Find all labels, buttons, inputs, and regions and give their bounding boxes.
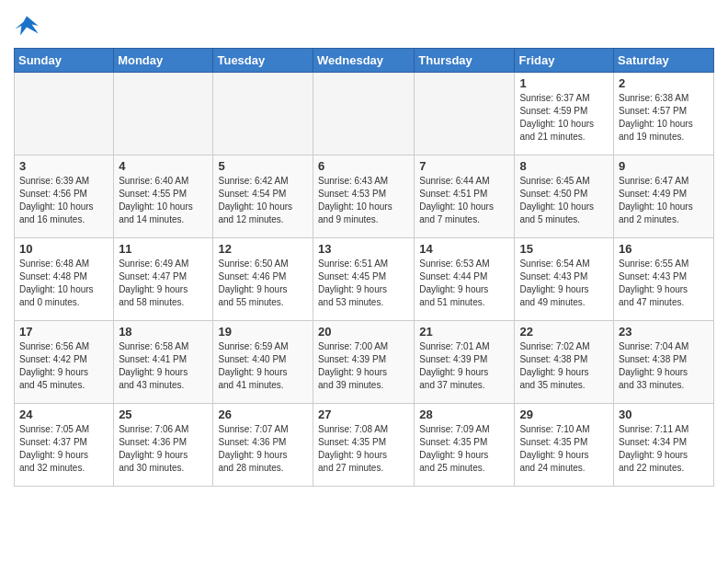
day-info: Sunrise: 6:55 AM Sunset: 4:43 PM Dayligh… [619,258,709,309]
day-number: 7 [419,159,509,173]
day-number: 22 [519,325,609,339]
day-info: Sunrise: 6:37 AM Sunset: 4:59 PM Dayligh… [519,92,609,144]
calendar-cell: 21Sunrise: 7:01 AM Sunset: 4:39 PM Dayli… [415,321,515,404]
day-info: Sunrise: 7:06 AM Sunset: 4:36 PM Dayligh… [119,423,208,475]
calendar-cell: 13Sunrise: 6:51 AM Sunset: 4:45 PM Dayli… [313,238,415,321]
day-number: 21 [419,325,509,339]
weekday-header-thursday: Thursday [415,49,515,73]
day-info: Sunrise: 6:54 AM Sunset: 4:43 PM Dayligh… [519,258,609,309]
day-info: Sunrise: 7:09 AM Sunset: 4:35 PM Dayligh… [419,423,509,475]
day-info: Sunrise: 6:53 AM Sunset: 4:44 PM Dayligh… [419,258,509,309]
day-number: 16 [619,242,709,256]
day-number: 23 [619,325,709,339]
day-info: Sunrise: 6:47 AM Sunset: 4:49 PM Dayligh… [619,175,709,226]
calendar-cell: 29Sunrise: 7:10 AM Sunset: 4:35 PM Dayli… [515,404,614,487]
calendar-cell: 1Sunrise: 6:37 AM Sunset: 4:59 PM Daylig… [515,73,614,155]
day-info: Sunrise: 6:40 AM Sunset: 4:55 PM Dayligh… [119,175,208,226]
day-info: Sunrise: 6:51 AM Sunset: 4:45 PM Dayligh… [318,258,409,309]
day-info: Sunrise: 7:02 AM Sunset: 4:38 PM Dayligh… [519,340,609,392]
day-number: 6 [318,159,409,173]
day-number: 29 [519,408,609,421]
day-number: 15 [519,242,609,256]
day-info: Sunrise: 6:39 AM Sunset: 4:56 PM Dayligh… [19,175,108,226]
weekday-header-saturday: Saturday [614,49,714,73]
calendar-cell: 30Sunrise: 7:11 AM Sunset: 4:34 PM Dayli… [614,404,714,487]
calendar-cell: 27Sunrise: 7:08 AM Sunset: 4:35 PM Dayli… [313,404,415,487]
calendar-cell: 8Sunrise: 6:45 AM Sunset: 4:50 PM Daylig… [515,155,614,238]
day-number: 8 [519,159,609,173]
day-number: 5 [218,159,308,173]
day-info: Sunrise: 6:50 AM Sunset: 4:46 PM Dayligh… [218,258,308,309]
calendar-cell: 14Sunrise: 6:53 AM Sunset: 4:44 PM Dayli… [415,238,515,321]
calendar-cell: 4Sunrise: 6:40 AM Sunset: 4:55 PM Daylig… [114,155,213,238]
logo-icon [14,13,40,39]
calendar-cell: 12Sunrise: 6:50 AM Sunset: 4:46 PM Dayli… [213,238,313,321]
calendar-cell: 26Sunrise: 7:07 AM Sunset: 4:36 PM Dayli… [213,404,313,487]
calendar-cell [313,73,415,155]
day-number: 4 [119,159,208,173]
day-number: 30 [619,408,709,421]
day-info: Sunrise: 6:48 AM Sunset: 4:48 PM Dayligh… [19,258,108,309]
calendar-table: SundayMondayTuesdayWednesdayThursdayFrid… [14,48,714,487]
weekday-header-monday: Monday [114,49,213,73]
day-info: Sunrise: 6:43 AM Sunset: 4:53 PM Dayligh… [318,175,409,226]
day-number: 10 [19,242,108,256]
day-info: Sunrise: 6:59 AM Sunset: 4:40 PM Dayligh… [218,340,308,392]
day-number: 20 [318,325,409,339]
calendar-cell: 17Sunrise: 6:56 AM Sunset: 4:42 PM Dayli… [15,321,114,404]
calendar-cell: 20Sunrise: 7:00 AM Sunset: 4:39 PM Dayli… [313,321,415,404]
day-number: 24 [19,408,108,421]
day-info: Sunrise: 7:00 AM Sunset: 4:39 PM Dayligh… [318,340,409,392]
calendar-cell: 18Sunrise: 6:58 AM Sunset: 4:41 PM Dayli… [114,321,213,404]
day-info: Sunrise: 7:08 AM Sunset: 4:35 PM Dayligh… [318,423,409,475]
calendar-cell [415,73,515,155]
day-info: Sunrise: 6:42 AM Sunset: 4:54 PM Dayligh… [218,175,308,226]
day-number: 2 [619,76,709,90]
calendar-cell [114,73,213,155]
day-info: Sunrise: 6:44 AM Sunset: 4:51 PM Dayligh… [419,175,509,226]
day-number: 3 [19,159,108,173]
day-info: Sunrise: 6:56 AM Sunset: 4:42 PM Dayligh… [19,340,108,392]
calendar-cell: 22Sunrise: 7:02 AM Sunset: 4:38 PM Dayli… [515,321,614,404]
day-number: 27 [318,408,409,421]
day-number: 28 [419,408,509,421]
weekday-header-sunday: Sunday [15,49,114,73]
calendar-cell: 2Sunrise: 6:38 AM Sunset: 4:57 PM Daylig… [614,73,714,155]
day-info: Sunrise: 6:58 AM Sunset: 4:41 PM Dayligh… [119,340,208,392]
calendar-cell: 3Sunrise: 6:39 AM Sunset: 4:56 PM Daylig… [15,155,114,238]
day-info: Sunrise: 7:04 AM Sunset: 4:38 PM Dayligh… [619,340,709,392]
day-number: 12 [218,242,308,256]
calendar-cell: 9Sunrise: 6:47 AM Sunset: 4:49 PM Daylig… [614,155,714,238]
calendar-cell: 7Sunrise: 6:44 AM Sunset: 4:51 PM Daylig… [415,155,515,238]
day-info: Sunrise: 6:38 AM Sunset: 4:57 PM Dayligh… [619,92,709,144]
day-info: Sunrise: 7:07 AM Sunset: 4:36 PM Dayligh… [218,423,308,475]
calendar-cell: 23Sunrise: 7:04 AM Sunset: 4:38 PM Dayli… [614,321,714,404]
weekday-header-tuesday: Tuesday [213,49,313,73]
day-number: 17 [19,325,108,339]
calendar-cell: 24Sunrise: 7:05 AM Sunset: 4:37 PM Dayli… [15,404,114,487]
day-number: 1 [519,76,609,90]
day-number: 13 [318,242,409,256]
day-number: 14 [419,242,509,256]
logo [14,13,43,39]
day-number: 18 [119,325,208,339]
calendar-cell: 5Sunrise: 6:42 AM Sunset: 4:54 PM Daylig… [213,155,313,238]
day-info: Sunrise: 7:11 AM Sunset: 4:34 PM Dayligh… [619,423,709,475]
day-number: 11 [119,242,208,256]
calendar-cell [213,73,313,155]
day-info: Sunrise: 7:10 AM Sunset: 4:35 PM Dayligh… [519,423,609,475]
day-number: 25 [119,408,208,421]
day-info: Sunrise: 6:45 AM Sunset: 4:50 PM Dayligh… [519,175,609,226]
weekday-header-friday: Friday [515,49,614,73]
day-number: 26 [218,408,308,421]
calendar-cell: 16Sunrise: 6:55 AM Sunset: 4:43 PM Dayli… [614,238,714,321]
calendar-cell: 11Sunrise: 6:49 AM Sunset: 4:47 PM Dayli… [114,238,213,321]
day-number: 9 [619,159,709,173]
calendar-cell: 28Sunrise: 7:09 AM Sunset: 4:35 PM Dayli… [415,404,515,487]
svg-marker-0 [15,17,38,36]
calendar-cell [15,73,114,155]
day-info: Sunrise: 6:49 AM Sunset: 4:47 PM Dayligh… [119,258,208,309]
calendar-cell: 19Sunrise: 6:59 AM Sunset: 4:40 PM Dayli… [213,321,313,404]
day-number: 19 [218,325,308,339]
calendar-cell: 6Sunrise: 6:43 AM Sunset: 4:53 PM Daylig… [313,155,415,238]
